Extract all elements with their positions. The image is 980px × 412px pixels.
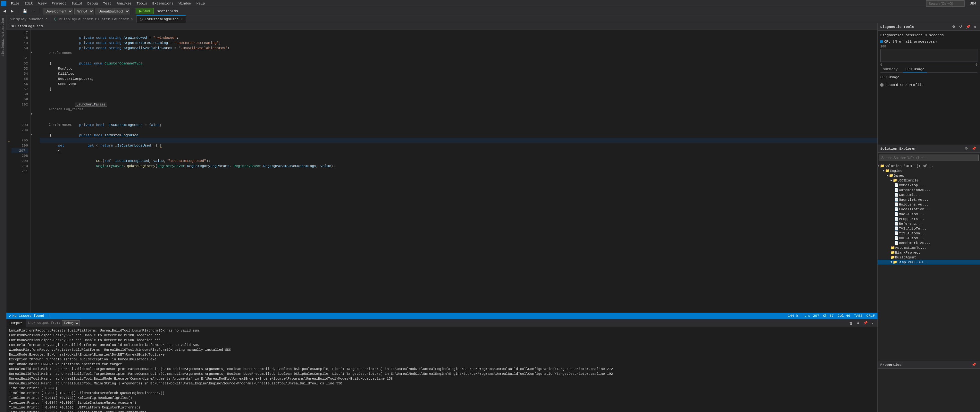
menu-extensions[interactable]: Extensions	[150, 1, 176, 6]
menu-window[interactable]: Window	[176, 1, 194, 6]
sol-referenc[interactable]: 📄 Referenc...	[878, 221, 980, 226]
tab-is-custom-logs[interactable]: ⬡ IsCustomLogsUsed ×	[137, 15, 186, 23]
sol-propperts-label: Propperts...	[899, 217, 924, 221]
sol-yis[interactable]: 📄 YIS.Automa...	[878, 231, 980, 235]
diag-tab-cpu[interactable]: CPU Usage	[903, 67, 927, 72]
sol-mac-label: Mac.Autom...	[899, 212, 924, 216]
toolbar-save-btn[interactable]: 💾	[21, 8, 29, 14]
toolbar-sep-3	[133, 9, 133, 14]
tab-ndisplay-launcher[interactable]: nDisplayLauncher ×	[6, 15, 51, 23]
no-issues-indicator[interactable]: ✓ No issues found	[9, 314, 44, 318]
menu-tools[interactable]: Tools	[134, 1, 150, 6]
sol-hololens-icon: 📄	[894, 202, 899, 207]
editor-content[interactable]: ⚠ 47 48 49 50 . 51 52 53 54 55 56	[6, 30, 877, 313]
start-button[interactable]: ▶ Start	[135, 8, 154, 14]
code-line-56: SendEvent	[40, 81, 877, 87]
diagnostics-title: Diagnostic Tools	[880, 25, 914, 29]
toolbar-sep-2	[40, 9, 40, 14]
tab-ndisplay-launcher-close[interactable]: ×	[46, 17, 48, 21]
menu-debug[interactable]: Debug	[84, 1, 100, 6]
status-bar: ✓ No issues found | 144 % Ln: 207 Ch 37 …	[6, 313, 877, 319]
menu-help[interactable]: Help	[194, 1, 207, 6]
sol-ugcexample[interactable]: ▶ 📁 UGCExample	[878, 178, 980, 183]
code-line-203	[40, 112, 877, 117]
sol-buildagent[interactable]: 📁 BuildAgent	[878, 255, 980, 260]
menu-analyze[interactable]: Analyze	[114, 1, 134, 6]
toolbar-sep-1	[18, 9, 18, 14]
output-pin-btn[interactable]: 📌	[862, 321, 869, 325]
configuration-dropdown[interactable]: Development	[43, 8, 73, 14]
code-line-202	[40, 102, 877, 107]
sol-localization[interactable]: 📄 Localization...	[878, 207, 980, 212]
code-panel[interactable]: private const string ArgWindowed = "-win…	[36, 30, 877, 313]
sol-automationtool[interactable]: 📁 AutomationTo...	[878, 245, 980, 250]
code-line-54: KillApp,	[40, 71, 877, 76]
sol-engine[interactable]: ▶ 📁 Engine	[878, 168, 980, 173]
output-line: BuildMode.Execute: E:\UnrealModKit\Engin…	[9, 352, 875, 357]
sol-propperts[interactable]: 📄 Propperts...	[878, 216, 980, 221]
sol-root[interactable]: ▶ 📁 Solution 'UE4' (1 of...	[878, 164, 980, 168]
toolbar-forward-btn[interactable]: ▶	[9, 8, 15, 14]
tab-cluster-close[interactable]: ×	[131, 17, 133, 21]
menu-test[interactable]: Test	[100, 1, 114, 6]
sol-tvs[interactable]: 📄 TVS.AutoTe...	[878, 226, 980, 231]
diag-tab-summary[interactable]: Summary	[880, 67, 900, 72]
sol-blankproject[interactable]: 📁 BlankProject	[878, 250, 980, 255]
left-sidebar: SimpleUGC.Automation	[0, 15, 6, 412]
output-toolbar: Show output from: Debug	[26, 319, 82, 327]
sol-hololens[interactable]: 📄 HoloLens.Au...	[878, 202, 980, 207]
sol-localization-label: Localization...	[899, 207, 931, 211]
toolbar-undo-btn[interactable]: ↩	[30, 8, 37, 14]
menu-file[interactable]: File	[8, 1, 22, 6]
tab-active-close[interactable]: ×	[180, 17, 182, 21]
sol-yis-label: YIS.Automa...	[899, 232, 926, 235]
sol-xxl[interactable]: 📄 XXL.Autom...	[878, 235, 980, 240]
sol-pin-btn[interactable]: 📌	[970, 146, 977, 151]
sol-xxdesktop[interactable]: 📄 XXDesktop...	[878, 183, 980, 188]
sol-games[interactable]: ▶ 📁 Games	[878, 173, 980, 178]
sol-customi-icon: 📄	[894, 193, 899, 197]
output-scroll-btn[interactable]: ⬇	[855, 321, 861, 325]
diag-pin-btn[interactable]: 📌	[965, 24, 972, 29]
fold-enum[interactable]: ▼	[31, 50, 35, 55]
sol-sync-btn[interactable]: ⟳	[964, 146, 969, 151]
toolbar-back-btn[interactable]: ◀	[1, 8, 8, 14]
menu-build[interactable]: Build	[69, 1, 84, 6]
fold-prop[interactable]: ▼	[31, 132, 35, 137]
build-tool-dropdown[interactable]: UnrealBuildTool	[95, 8, 130, 14]
output-source-select[interactable]: Debug	[62, 320, 80, 326]
fold-region[interactable]: ▼	[31, 111, 35, 117]
line-numbers: 47 48 49 50 . 51 52 53 54 55 56 57 58 59	[11, 30, 31, 313]
solution-search-input[interactable]	[879, 154, 979, 161]
diag-settings-btn[interactable]: ⚙	[951, 24, 956, 29]
menu-edit[interactable]: Edit	[22, 1, 35, 6]
output-line: LuminSDKVersionHelper.HasAnySDK: *** Una…	[9, 333, 875, 338]
sol-mac[interactable]: 📄 Mac.Autom...	[878, 212, 980, 216]
diag-tabs: Summary CPU Usage	[880, 67, 977, 73]
tab-ndisplay-cluster-launcher[interactable]: ⬡ nDisplayLauncher.Cluster.Launcher ×	[51, 15, 137, 23]
output-close-btn[interactable]: ×	[870, 321, 875, 325]
output-line: Timeline.Print: [ 0.000( +0.000)] FileMe…	[9, 391, 875, 396]
menu-project[interactable]: Project	[49, 1, 69, 6]
col-offset: Col 46	[838, 314, 851, 318]
sol-simpleugc[interactable]: ▼ 📁 SimpleUGC.Au...	[878, 260, 980, 264]
sol-gauntlet[interactable]: 📄 Gauntlet.Au...	[878, 197, 980, 202]
diag-close-btn[interactable]: ×	[973, 24, 977, 29]
platform-dropdown[interactable]: Win64	[74, 8, 94, 14]
output-content[interactable]: LuminPlatformFactory.RegisterBuildPlatfo…	[6, 327, 877, 412]
three-panel: IsCustomLogsUsed ⚠ 47 48 49 50	[6, 23, 980, 412]
quick-search-input[interactable]	[926, 0, 965, 7]
sol-benchmark[interactable]: 📄 Benchmark.Au...	[878, 240, 980, 245]
props-pin-btn[interactable]: 📌	[970, 362, 977, 367]
menu-view[interactable]: View	[36, 1, 49, 6]
record-cpu-btn[interactable]: Record CPU Profile	[880, 83, 977, 87]
code-region: #region Log_Params	[40, 107, 877, 112]
sol-referenc-icon: 📄	[894, 221, 899, 226]
sol-customi[interactable]: 📄 Customi...	[878, 192, 980, 197]
editor-tab-bar: nDisplayLauncher × ⬡ nDisplayLauncher.Cl…	[6, 15, 980, 23]
output-tab-output[interactable]: Output	[6, 319, 26, 327]
sol-benchmark-icon: 📄	[894, 241, 899, 245]
output-clear-btn[interactable]: 🗑	[848, 321, 854, 325]
diag-refresh-btn[interactable]: ↺	[958, 24, 963, 29]
sol-automationau[interactable]: 📄 AutomationAu...	[878, 188, 980, 192]
